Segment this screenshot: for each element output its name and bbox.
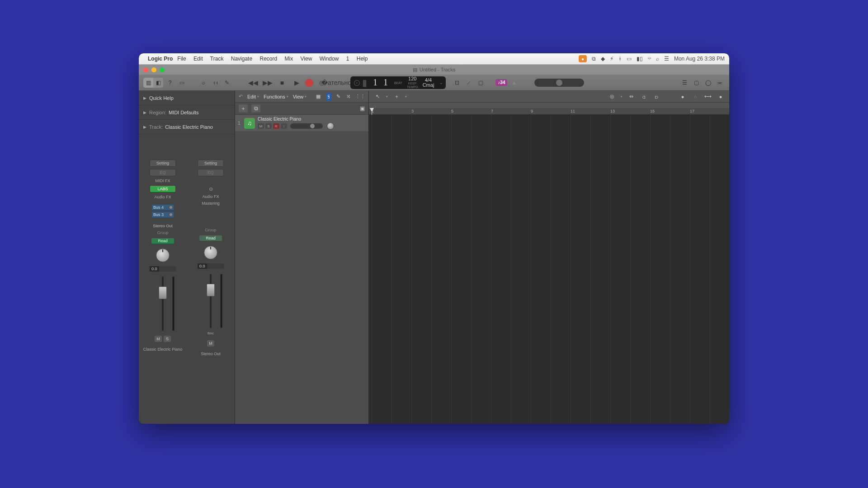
- tracks-view-menu[interactable]: View▾: [293, 94, 307, 99]
- instrument-slot[interactable]: ⊖: [209, 186, 213, 192]
- group-label[interactable]: Group: [157, 230, 168, 235]
- add-track-button[interactable]: ＋: [239, 104, 248, 113]
- menu-navigate[interactable]: Navigate: [231, 56, 252, 62]
- bluetooth-icon[interactable]: ᚼ: [618, 56, 622, 62]
- close-window-button[interactable]: [143, 67, 148, 72]
- status-icon[interactable]: ⧉: [592, 56, 596, 62]
- flex-icon[interactable]: ✎: [336, 93, 341, 101]
- lcd-key[interactable]: Cmaj: [423, 83, 434, 88]
- shuffle-icon[interactable]: ⤭: [346, 93, 351, 101]
- automation-view-icon[interactable]: ⫓: [326, 93, 331, 101]
- send-bus-4[interactable]: Bus 4: [151, 204, 174, 211]
- lcd-tempo[interactable]: 120: [408, 76, 416, 81]
- link-icon[interactable]: ⫏: [640, 93, 648, 100]
- spotlight-icon[interactable]: ⌕: [656, 56, 659, 62]
- zoom-h-out-icon[interactable]: ●: [717, 93, 725, 100]
- group-label[interactable]: Group: [205, 228, 216, 232]
- record-button[interactable]: [305, 79, 313, 87]
- quick-help-header[interactable]: ▶ Quick Help: [139, 91, 235, 105]
- mixer-button[interactable]: ⫞⫞: [210, 78, 220, 88]
- forward-button[interactable]: ▶▶: [262, 78, 274, 88]
- track-solo-button[interactable]: S: [265, 123, 272, 129]
- pointer-tool-icon[interactable]: ↖: [373, 93, 382, 100]
- inspector-button[interactable]: ◧: [153, 78, 163, 88]
- cycle-button[interactable]: �ательно: [330, 78, 342, 88]
- mic-status-icon[interactable]: ●: [579, 55, 587, 62]
- catch-icon[interactable]: ⋮⋮: [356, 93, 365, 101]
- toolbar-button[interactable]: ▭: [177, 78, 187, 88]
- zoom-v-in-icon[interactable]: ○: [691, 93, 699, 100]
- zoom-fit-icon[interactable]: ⫐: [652, 93, 660, 100]
- quick-help-button[interactable]: ?: [165, 78, 175, 88]
- add-button-icon[interactable]: ＋: [392, 93, 401, 100]
- drag-mode-icon[interactable]: ⇔: [627, 93, 635, 100]
- back-icon[interactable]: ↶: [239, 94, 243, 99]
- menu-edit[interactable]: Edit: [193, 56, 203, 62]
- minimize-window-button[interactable]: [151, 67, 156, 72]
- automation-read-button[interactable]: Read: [199, 235, 222, 241]
- loops-button[interactable]: ◯: [703, 78, 713, 88]
- pan-knob[interactable]: [204, 246, 217, 259]
- track-name[interactable]: Classic Electric Piano: [258, 117, 366, 122]
- lcd-display[interactable]: ⊙▮ 1 1 BEAT 120 KEEP TEMPO 4/4 Cmaj ⌄: [350, 76, 446, 89]
- menu-window[interactable]: Window: [320, 56, 339, 62]
- send-bus-3[interactable]: Bus 3: [151, 211, 174, 218]
- status-icon[interactable]: ▭: [627, 56, 632, 62]
- wifi-icon[interactable]: ⌔: [648, 56, 651, 62]
- volume-fader[interactable]: [203, 274, 219, 328]
- list-editors-button[interactable]: ☰: [679, 78, 689, 88]
- status-icon[interactable]: ⚡︎: [610, 56, 613, 62]
- track-inspector-header[interactable]: ▶ Track: Classic Electric Piano: [139, 120, 235, 134]
- control-center-icon[interactable]: ☰: [664, 56, 669, 62]
- automation-read-button[interactable]: Read: [151, 238, 174, 244]
- global-tracks-button[interactable]: ▣: [360, 105, 365, 112]
- mute-button[interactable]: M: [155, 336, 162, 342]
- volume-db[interactable]: 0.0: [198, 263, 207, 269]
- timeline-ruler[interactable]: 1357911131517: [369, 103, 729, 115]
- notepad-button[interactable]: ▢: [691, 78, 701, 88]
- replace-button[interactable]: ⊡: [452, 78, 462, 88]
- menu-1[interactable]: 1: [346, 56, 349, 62]
- menu-file[interactable]: File: [177, 56, 186, 62]
- stop-button[interactable]: ■: [276, 78, 288, 88]
- region-inspector-header[interactable]: ▶ Region: MIDI Defaults: [139, 105, 235, 120]
- master-volume-slider[interactable]: [534, 79, 584, 87]
- library-button[interactable]: ▥: [143, 78, 153, 88]
- menu-mix[interactable]: Mix: [285, 56, 293, 62]
- tracks-functions-menu[interactable]: Functions▾: [264, 94, 288, 99]
- setting-slot[interactable]: Setting: [150, 160, 176, 167]
- grid-view-icon[interactable]: ▦: [316, 93, 321, 101]
- setting-slot[interactable]: Setting: [198, 160, 224, 167]
- track-input-button[interactable]: I: [281, 123, 287, 129]
- instrument-slot[interactable]: LABS: [150, 185, 176, 192]
- zoom-h-icon[interactable]: ⟷: [704, 93, 712, 100]
- app-menu[interactable]: Logic Pro: [148, 56, 173, 62]
- track-row[interactable]: 1 ♫ Classic Electric Piano M S R I: [235, 115, 368, 132]
- zoom-v-out-icon[interactable]: ●: [679, 93, 687, 100]
- volume-fader[interactable]: [155, 277, 171, 331]
- menu-track[interactable]: Track: [210, 56, 224, 62]
- mute-button[interactable]: M: [207, 340, 214, 347]
- battery-icon[interactable]: ▮▯: [637, 56, 643, 62]
- zoom-window-button[interactable]: [160, 67, 165, 72]
- lcd-menu-icon[interactable]: ⌄: [439, 80, 443, 85]
- count-in-badge[interactable]: ♪34: [495, 79, 507, 86]
- pan-knob[interactable]: [156, 249, 170, 262]
- clock[interactable]: Mon Aug 26 3:38 PM: [674, 56, 725, 62]
- eq-slot[interactable]: EQ: [198, 169, 224, 176]
- track-volume-slider[interactable]: [290, 123, 323, 129]
- play-button[interactable]: ▶: [291, 78, 302, 88]
- editors-button[interactable]: ✎: [222, 78, 232, 88]
- solo-button[interactable]: ▢: [476, 78, 486, 88]
- lcd-timesig[interactable]: 4/4: [425, 78, 432, 83]
- duplicate-track-button[interactable]: ⧉: [251, 104, 260, 113]
- output-label[interactable]: Stereo Out: [153, 224, 173, 228]
- snap-menu-icon[interactable]: ◎: [608, 93, 616, 100]
- track-record-button[interactable]: R: [273, 123, 279, 129]
- solo-button[interactable]: S: [164, 336, 171, 342]
- eq-slot[interactable]: EQ: [150, 169, 176, 176]
- menu-help[interactable]: Help: [357, 56, 368, 62]
- menu-record[interactable]: Record: [259, 56, 277, 62]
- tracks-edit-menu[interactable]: Edit▾: [247, 94, 259, 99]
- track-pan-knob[interactable]: [327, 122, 334, 130]
